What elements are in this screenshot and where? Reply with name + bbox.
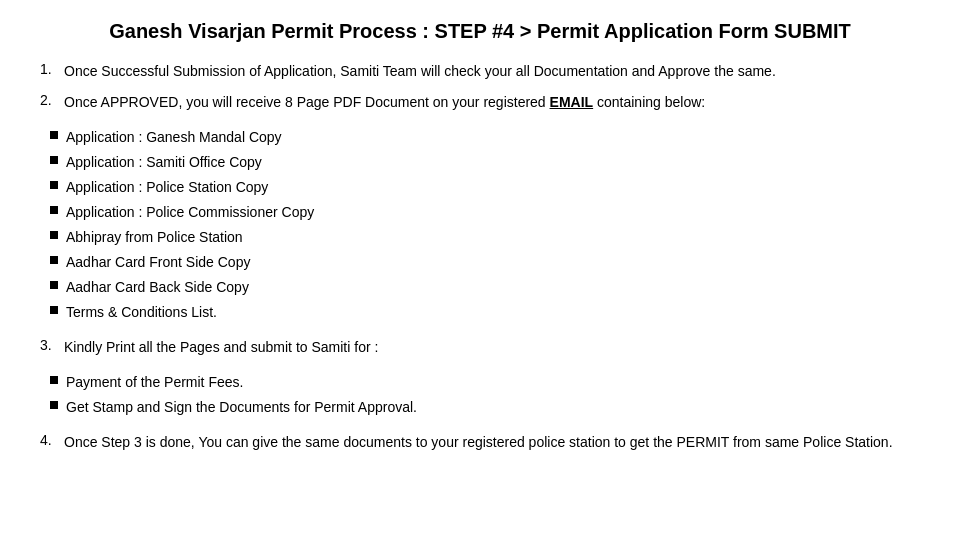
sub-list-2: Application : Ganesh Mandal Copy Applica… bbox=[50, 127, 314, 327]
bullet-icon bbox=[50, 206, 58, 214]
main-list: 1. Once Successful Submission of Applica… bbox=[40, 61, 920, 453]
text-after-email: containing below: bbox=[593, 94, 705, 110]
bullet-icon bbox=[50, 281, 58, 289]
bullet-icon bbox=[50, 376, 58, 384]
sub-item-2-6: Aadhar Card Front Side Copy bbox=[50, 252, 314, 273]
list-number-1: 1. bbox=[40, 61, 56, 77]
email-underline: EMAIL bbox=[550, 94, 594, 110]
sub-item-2-3: Application : Police Station Copy bbox=[50, 177, 314, 198]
list-item-3: 3. Kindly Print all the Pages and submit… bbox=[40, 337, 920, 422]
sub-item-2-1: Application : Ganesh Mandal Copy bbox=[50, 127, 314, 148]
bullet-icon bbox=[50, 156, 58, 164]
bullet-icon bbox=[50, 256, 58, 264]
list-item-1: 1. Once Successful Submission of Applica… bbox=[40, 61, 920, 82]
page-container: Ganesh Visarjan Permit Process : STEP #4… bbox=[0, 0, 960, 540]
list-item-2: 2. Once APPROVED, you will receive 8 Pag… bbox=[40, 92, 920, 327]
sub-item-2-5: Abhipray from Police Station bbox=[50, 227, 314, 248]
bullet-icon bbox=[50, 231, 58, 239]
sub-item-2-7: Aadhar Card Back Side Copy bbox=[50, 277, 314, 298]
sub-item-2-4: Application : Police Commissioner Copy bbox=[50, 202, 314, 223]
list-text-3: Kindly Print all the Pages and submit to… bbox=[64, 337, 378, 358]
list-item-4: 4. Once Step 3 is done, You can give the… bbox=[40, 432, 920, 453]
bullet-icon bbox=[50, 181, 58, 189]
list-text-2: Once APPROVED, you will receive 8 Page P… bbox=[64, 92, 705, 113]
list-text-1: Once Successful Submission of Applicatio… bbox=[64, 61, 776, 82]
list-number-4: 4. bbox=[40, 432, 56, 448]
page-title: Ganesh Visarjan Permit Process : STEP #4… bbox=[40, 20, 920, 43]
list-text-4: Once Step 3 is done, You can give the sa… bbox=[64, 432, 893, 453]
list-number-3: 3. bbox=[40, 337, 56, 353]
sub-list-3: Payment of the Permit Fees. Get Stamp an… bbox=[50, 372, 417, 422]
sub-item-2-2: Application : Samiti Office Copy bbox=[50, 152, 314, 173]
list-number-2: 2. bbox=[40, 92, 56, 108]
sub-item-2-8: Terms & Conditions List. bbox=[50, 302, 314, 323]
sub-item-3-2: Get Stamp and Sign the Documents for Per… bbox=[50, 397, 417, 418]
bullet-icon bbox=[50, 401, 58, 409]
bullet-icon bbox=[50, 306, 58, 314]
sub-item-3-1: Payment of the Permit Fees. bbox=[50, 372, 417, 393]
text-before-email: Once APPROVED, you will receive 8 Page P… bbox=[64, 94, 550, 110]
bullet-icon bbox=[50, 131, 58, 139]
